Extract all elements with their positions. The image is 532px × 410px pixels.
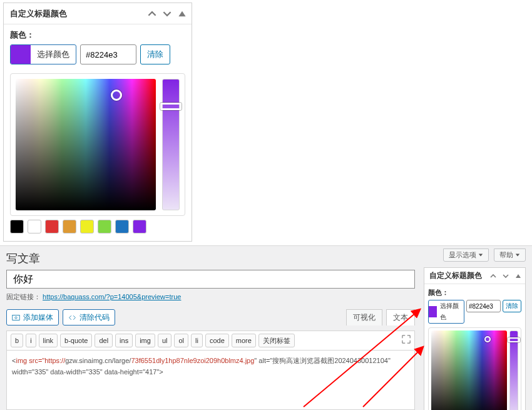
- permalink-link[interactable]: https://baguass.com/?p=14005&preview=tru…: [43, 293, 181, 300]
- metabox-body: 颜色： 选择颜色 清除: [4, 24, 192, 241]
- quicktag-code[interactable]: [205, 334, 229, 347]
- preset-red[interactable]: [45, 220, 59, 233]
- metabox-actions: [490, 273, 521, 279]
- svg-marker-0: [178, 11, 185, 16]
- svg-rect-3: [13, 315, 19, 320]
- metabox-custom-title-color-large: 自定义标题颜色 颜色： 选择颜色 清除: [3, 3, 192, 242]
- tab-visual[interactable]: 可视化: [346, 309, 382, 325]
- preset-green[interactable]: [98, 220, 111, 233]
- order-down-icon[interactable]: [163, 9, 171, 18]
- tab-text[interactable]: 文本: [386, 309, 415, 325]
- quicktags-toolbar: [6, 331, 415, 351]
- svg-marker-8: [516, 274, 521, 278]
- preset-white[interactable]: [28, 220, 41, 233]
- field-label-color: 颜色：: [428, 288, 521, 297]
- quicktag-关闭标签[interactable]: [258, 334, 295, 347]
- fullscreen-icon[interactable]: [402, 335, 411, 344]
- quicktag-li[interactable]: [191, 334, 203, 347]
- metabox-title: 自定义标题颜色: [429, 270, 482, 281]
- quicktag-ins[interactable]: [115, 334, 133, 347]
- editor-tabs: 可视化 文本: [346, 309, 415, 325]
- page-heading: 写文章: [6, 251, 40, 266]
- collapse-icon[interactable]: [515, 273, 521, 279]
- quicktag-more[interactable]: [232, 334, 256, 347]
- quicktag-link[interactable]: [39, 334, 58, 347]
- current-swatch: [11, 45, 31, 64]
- permalink-row: 固定链接： https://baguass.com/?p=14005&previ…: [6, 292, 415, 302]
- hue-slider[interactable]: [162, 79, 180, 210]
- post-content-textarea[interactable]: <img src="https://gzw.sinaimg.cn/large/7…: [6, 351, 415, 410]
- code-src-link: src="https://: [27, 357, 65, 364]
- svg-point-4: [15, 317, 17, 319]
- quicktag-img[interactable]: [135, 334, 155, 347]
- hex-input[interactable]: [80, 44, 136, 64]
- editor-main: 写文章 固定链接： https://baguass.com/?p=14005&p…: [6, 250, 415, 410]
- clear-button[interactable]: 清除: [140, 44, 170, 64]
- hue-handle-icon[interactable]: [160, 103, 182, 110]
- code-tag-link: img: [16, 357, 27, 364]
- order-up-icon[interactable]: [490, 273, 496, 279]
- pick-color-label: 选择颜色: [437, 300, 464, 323]
- add-media-button[interactable]: 添加媒体: [6, 309, 59, 325]
- media-buttons-row: 添加媒体 清除代码: [6, 309, 115, 325]
- metabox-body: 颜色： 选择颜色 清除: [424, 284, 525, 410]
- add-media-label: 添加媒体: [23, 312, 53, 323]
- color-field-row: 选择颜色 清除: [428, 300, 521, 324]
- metabox-header: 自定义标题颜色: [4, 3, 192, 24]
- permalink-label: 固定链接：: [6, 293, 41, 300]
- clear-code-button[interactable]: 清除代码: [63, 309, 115, 325]
- pick-color-button[interactable]: 选择颜色: [428, 300, 464, 324]
- clear-code-label: 清除代码: [79, 312, 110, 323]
- quicktag-b[interactable]: [11, 334, 23, 347]
- pick-color-button[interactable]: 选择颜色: [10, 44, 76, 64]
- quicktag-b-quote[interactable]: [60, 334, 92, 347]
- sv-cursor-icon[interactable]: [111, 90, 122, 101]
- metabox-actions: [148, 9, 187, 18]
- preset-black[interactable]: [10, 220, 24, 233]
- hue-handle-icon[interactable]: [508, 337, 520, 342]
- hex-input[interactable]: [466, 300, 501, 312]
- saturation-value-field[interactable]: [16, 79, 156, 210]
- color-picker-area: [10, 73, 185, 216]
- preset-purple[interactable]: [133, 220, 146, 233]
- metabox-title: 自定义标题颜色: [10, 8, 67, 19]
- sv-cursor-icon[interactable]: [484, 336, 491, 342]
- pick-color-label: 选择颜色: [31, 45, 76, 64]
- code-file-link: 73f6551dly1hp87nle9zoi209h0blmz4.jpg: [131, 357, 254, 364]
- color-picker-area: [428, 327, 521, 410]
- order-down-icon[interactable]: [503, 273, 509, 279]
- collapse-icon[interactable]: [178, 9, 187, 18]
- preset-colors-row: [10, 220, 185, 233]
- metabox-header: 自定义标题颜色: [424, 268, 525, 284]
- current-swatch: [429, 306, 437, 317]
- preset-orange[interactable]: [63, 220, 76, 233]
- code-icon: [68, 314, 76, 322]
- clear-button[interactable]: 清除: [503, 300, 521, 312]
- media-icon: [12, 314, 20, 322]
- quicktag-i[interactable]: [26, 334, 36, 347]
- hue-slider[interactable]: [509, 331, 518, 410]
- editor-zone: 显示选项 帮助 写文章 固定链接： https://baguass.com/?p…: [0, 245, 532, 410]
- post-title-input[interactable]: [6, 270, 415, 289]
- order-up-icon[interactable]: [148, 9, 156, 18]
- field-label-color: 颜色：: [10, 29, 185, 41]
- color-field-row: 选择颜色 清除: [10, 44, 185, 64]
- preset-yellow[interactable]: [80, 220, 94, 233]
- quicktag-del[interactable]: [95, 334, 113, 347]
- metabox-custom-title-color-small: 自定义标题颜色 颜色： 选择颜色 清除: [424, 267, 526, 410]
- saturation-value-field[interactable]: [431, 331, 507, 410]
- preset-blue[interactable]: [115, 220, 129, 233]
- quicktag-ul[interactable]: [158, 334, 172, 347]
- quicktag-ol[interactable]: [174, 334, 188, 347]
